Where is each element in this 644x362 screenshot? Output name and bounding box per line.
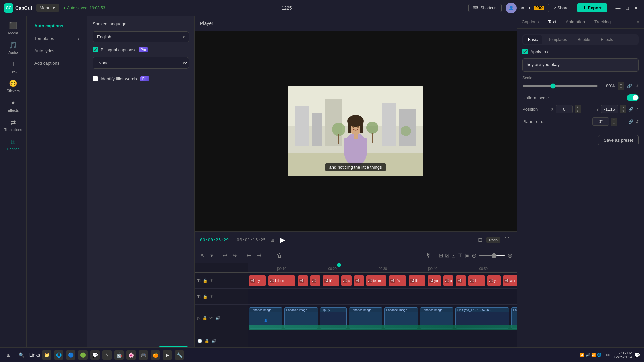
taskbar-app-misc4[interactable]: ▶ [163,350,172,360]
taskbar-app-misc3[interactable]: 🍊 [151,350,160,360]
scale-down-button[interactable]: ▼ [618,86,624,90]
eye-icon-2[interactable]: 👁 [210,294,214,299]
taskbar-app-whatsapp[interactable]: 💬 [90,350,100,360]
caption-clip-13[interactable]: Aξ [456,275,466,286]
plane-rotation-reset-icon[interactable]: ↺ [635,119,639,124]
position-keyframe-icon[interactable]: 🔗 [628,107,633,112]
zoom-out-icon[interactable]: ⊖ [472,252,477,259]
lock-icon-3[interactable]: 🔒 [202,316,207,320]
sidebar-item-audio[interactable]: 🎵 Audio [1,38,25,57]
more-icon-4[interactable]: ··· [218,339,222,343]
text-content-display[interactable]: hey are you okay [522,58,639,72]
caption-clip-3[interactable]: Aξ [298,275,308,286]
position-x-value[interactable]: 0 [556,105,573,113]
clip-tool-2[interactable]: ⊠ [445,252,449,259]
scale-reset-icon[interactable]: ↺ [635,84,639,88]
minimize-button[interactable]: — [614,5,623,11]
save-preset-button[interactable]: Save as preset [598,135,639,145]
taskbar-app-chrome[interactable]: 🔵 [66,350,75,360]
grid-icon[interactable]: ⊞ [270,237,274,243]
caption-clip-15[interactable]: Aξyo [487,275,501,286]
close-button[interactable]: ✕ [632,5,640,11]
play-button[interactable]: ▶ [277,234,288,246]
caption-clip-12[interactable]: Aξa [443,275,453,286]
taskbar-app-misc5[interactable]: 🔧 [175,350,184,360]
eye-icon-3[interactable]: 👁 [209,316,213,320]
plane-rotation-value[interactable]: 0° [592,117,609,126]
sidebar-item-effects[interactable]: ✦ Effects [1,96,25,115]
taskbar-app-edge[interactable]: 🌐 [54,350,63,360]
taskbar-app-chrome2[interactable]: 🟢 [78,350,88,360]
export-button[interactable]: ⬆ Export [577,3,607,12]
redo-button[interactable]: ↪ [230,251,239,260]
notification-button[interactable]: 💬 [634,352,640,358]
caption-clip-9[interactable]: Aξit's [389,275,406,286]
audio-icon-3[interactable]: 🔊 [215,316,220,320]
sub-tab-effects[interactable]: Effects [596,35,618,44]
sub-tab-bubble[interactable]: Bubble [573,35,595,44]
fullscreen-button[interactable]: ⛶ [503,236,511,244]
select-tool-button[interactable]: ↖ [199,251,207,260]
panel-item-add-captions[interactable]: Add captions [29,57,85,69]
caption-clip-10[interactable]: Aξlike [409,275,425,286]
lock-icon-2[interactable]: 🔒 [203,294,208,299]
sidebar-item-media[interactable]: ⬛ Media [1,19,25,38]
select-arrow-button[interactable]: ▾ [208,251,215,260]
apply-to-all-checkbox[interactable] [522,49,528,54]
taskbar-app-misc1[interactable]: 🌸 [126,350,136,360]
taskbar-app-notion[interactable]: N [102,350,112,360]
more-icon-3[interactable]: ··· [222,316,226,320]
clip-tool-3[interactable]: ⊡ [451,252,456,259]
scale-slider[interactable] [522,85,598,87]
split-all-button[interactable]: ⊥ [265,251,273,260]
caption-clip-16[interactable]: Aξwor [503,275,517,286]
delete-button[interactable]: 🗑 [275,251,284,260]
zoom-plus-icon[interactable]: ⊕ [507,252,513,259]
shortcuts-button[interactable]: ⌨ Shortcuts [468,4,502,12]
sidebar-item-text[interactable]: T Text [1,58,25,76]
caption-clip-2[interactable]: AξI do lo [268,275,295,286]
panel-item-templates[interactable]: Templates › [29,33,85,44]
caption-clip-11[interactable]: Aξyo [428,275,441,286]
split-button[interactable]: ⊢ [245,251,253,260]
tab-animation[interactable]: Animation [561,16,590,28]
sub-tab-templates[interactable]: Templates [544,35,572,44]
plane-rotation-up[interactable]: ▲ [611,118,617,122]
position-reset-icon[interactable]: ↺ [635,107,639,112]
position-x-down[interactable]: ▼ [575,109,581,113]
panel-item-auto-lyrics[interactable]: Auto lyrics [29,45,85,57]
uniform-scale-toggle[interactable] [627,94,639,101]
player-settings-icon[interactable]: ≡ [507,20,511,27]
taskbar-app-explorer[interactable]: 📁 [42,350,51,360]
undo-button[interactable]: ↩ [221,251,229,260]
caption-clip-5[interactable]: Aξit' [323,275,339,286]
taskbar-app-ai[interactable]: 🤖 [114,350,124,360]
plane-rotation-link-icon[interactable]: 🔗 [628,119,633,124]
position-x-up[interactable]: ▲ [575,105,581,109]
expand-right-tabs[interactable]: » [632,16,644,28]
filler-words-checkbox[interactable] [93,76,98,81]
caption-clip-6[interactable]: Aξa [341,275,352,286]
caption-clip-7[interactable]: Aξo [354,275,364,286]
panel-item-auto-captions[interactable]: Auto captions [29,20,85,32]
language-select[interactable]: English Spanish French Chinese Japanese [93,31,189,42]
tab-captions[interactable]: Captions [517,16,543,28]
caption-clip-1[interactable]: Aξif y [249,275,266,286]
taskbar-app-links[interactable]: Links [30,350,39,360]
share-button[interactable]: ↗ Share [548,4,573,12]
audio-icon-4[interactable]: 🔊 [211,339,216,343]
lock-icon-1[interactable]: 🔒 [203,278,208,283]
scale-up-button[interactable]: ▲ [618,82,624,86]
sidebar-item-stickers[interactable]: 😊 Stickers [1,77,25,96]
scale-link-icon[interactable]: 🔗 [627,84,632,88]
tab-text[interactable]: Text [543,16,561,28]
tab-tracking[interactable]: Tracking [590,16,615,28]
ratio-button[interactable]: Ratio [486,237,500,243]
sidebar-item-caption[interactable]: ⊞ Caption [1,135,25,154]
search-button[interactable]: 🔍 [16,351,27,359]
bilingual-language-select[interactable]: None [93,57,189,69]
collapse-icon-3[interactable]: ▷ [197,316,200,320]
sidebar-item-transitions[interactable]: ⇄ Transitions [1,116,25,134]
lock-icon-4[interactable]: 🔒 [204,339,209,343]
split-vertical-icon[interactable]: ⊤ [458,252,463,259]
